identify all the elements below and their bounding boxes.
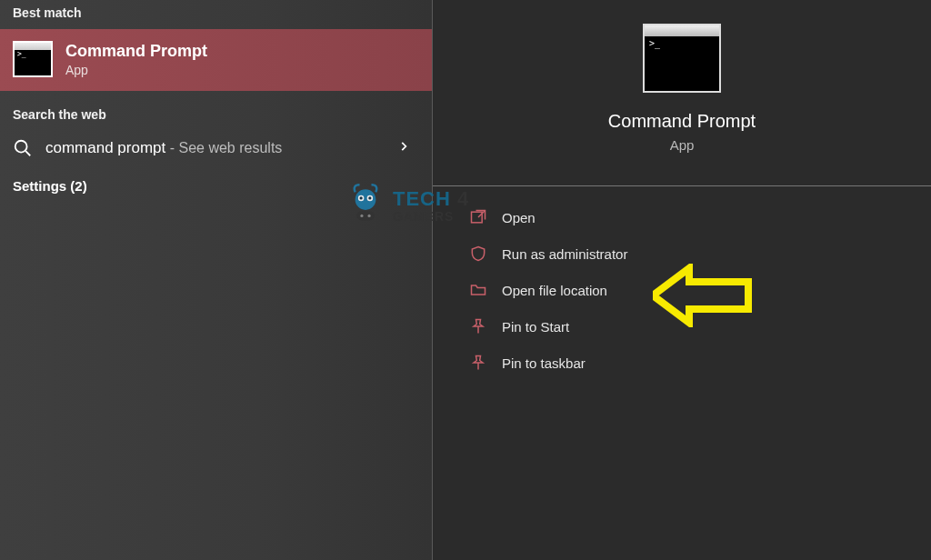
shield-icon xyxy=(469,245,487,263)
cmd-prompt-icon xyxy=(643,24,721,93)
preview-panel: Command Prompt App Open Run as a xyxy=(432,0,931,560)
best-match-header: Best match xyxy=(0,0,432,29)
preview-header: Command Prompt App xyxy=(433,0,931,171)
action-label: Open file location xyxy=(502,283,607,298)
action-list: Open Run as administrator Open file loca… xyxy=(433,195,931,379)
settings-results-header[interactable]: Settings (2) xyxy=(0,167,432,205)
action-open-file-location[interactable]: Open file location xyxy=(469,274,931,306)
best-match-text: Command Prompt App xyxy=(65,42,207,77)
results-panel: Best match Command Prompt App Search the… xyxy=(0,0,432,560)
svg-line-1 xyxy=(25,151,30,155)
open-icon xyxy=(469,208,487,226)
action-label: Pin to Start xyxy=(502,319,569,335)
web-result-text: command prompt - See web results xyxy=(45,139,282,157)
action-label: Open xyxy=(502,210,536,225)
search-icon xyxy=(13,138,33,158)
action-open[interactable]: Open xyxy=(469,201,931,234)
svg-rect-2 xyxy=(472,212,483,223)
pin-taskbar-icon xyxy=(469,354,487,372)
folder-icon xyxy=(469,281,487,299)
chevron-right-icon xyxy=(397,140,410,156)
action-label: Run as administrator xyxy=(502,246,627,262)
preview-title: Command Prompt xyxy=(608,111,756,132)
search-web-header: Search the web xyxy=(0,91,432,131)
action-pin-to-start[interactable]: Pin to Start xyxy=(469,310,931,343)
action-label: Pin to taskbar xyxy=(502,355,586,371)
divider xyxy=(433,185,931,186)
web-result-row[interactable]: command prompt - See web results xyxy=(0,131,432,167)
preview-subtitle: App xyxy=(670,137,695,153)
start-search-window: Best match Command Prompt App Search the… xyxy=(0,0,931,560)
web-suffix: - See web results xyxy=(165,140,282,155)
web-query: command prompt xyxy=(45,139,165,156)
pin-start-icon xyxy=(469,317,487,335)
best-match-title: Command Prompt xyxy=(65,42,207,61)
action-run-as-administrator[interactable]: Run as administrator xyxy=(469,237,931,270)
best-match-subtitle: App xyxy=(65,63,207,77)
cmd-prompt-icon xyxy=(13,41,53,77)
svg-point-0 xyxy=(15,141,27,153)
action-pin-to-taskbar[interactable]: Pin to taskbar xyxy=(469,346,931,379)
best-match-result[interactable]: Command Prompt App xyxy=(0,29,432,91)
